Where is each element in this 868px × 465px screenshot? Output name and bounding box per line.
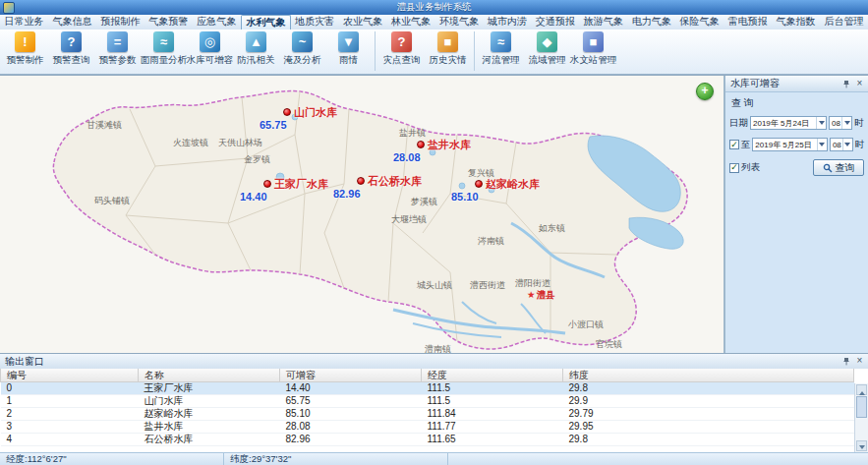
menu-tab[interactable]: 农业气象 [339,15,387,29]
reservoir-capacity-value: 14.40 [240,191,267,203]
toolbar-button-label: 预警查询 [53,54,90,67]
hour-from-select[interactable]: 08 [829,116,852,130]
reservoir-dot-icon [263,180,271,188]
reservoir-table: 编号名称可增容经度纬度0王家厂水库14.40111.529.81山门水库65.7… [0,369,854,446]
town-label: 天供山林场 [218,137,262,149]
menu-tab[interactable]: 环境气象 [434,15,483,29]
reservoir-dot-icon [283,108,291,116]
zoom-in-button[interactable]: + [696,83,714,100]
menu-tab[interactable]: 预报制作 [96,15,145,29]
table-cell: 111.5 [422,395,563,408]
pin-icon[interactable] [841,356,852,367]
table-row[interactable]: 4石公桥水库82.96111.6529.8 [1,434,854,446]
table-cell: 山门水库 [139,395,280,408]
toolbar-button[interactable]: ■水文站管理 [570,29,616,75]
menu-tab[interactable]: 林业气象 [387,15,435,29]
toolbar-button[interactable]: ?灾点查询 [378,29,425,75]
menu-tab[interactable]: 保险气象 [675,15,723,29]
toolbar-button[interactable]: ~淹及分析 [279,29,325,75]
disaster-history-icon: ■ [437,31,458,52]
column-header[interactable]: 可增容 [280,369,422,382]
output-table-area: 编号名称可增容经度纬度0王家厂水库14.40111.529.81山门水库65.7… [0,369,868,452]
vertical-scrollbar[interactable] [854,383,868,452]
town-label: 涔南镇 [478,235,504,248]
toolbar-button[interactable]: ◎水库可增容 [187,29,233,75]
menu-tab[interactable]: 后台管理 [820,15,868,29]
area-rainfall-analysis-icon: ≈ [153,31,174,52]
toolbar-button-label: 水文站管理 [570,54,617,67]
menu-tab[interactable]: 气象预警 [145,15,193,29]
alert-search-icon: ? [61,31,82,52]
menu-tab[interactable]: 地质灾害 [291,15,339,29]
table-row[interactable]: 2赵家峪水库85.10111.8429.79 [1,408,854,421]
town-label: 火连坡镇 [173,137,208,149]
menu-tab[interactable]: 水利气象 [241,15,291,29]
menu-tab[interactable]: 应急气象 [193,15,241,29]
table-row[interactable]: 0王家厂水库14.40111.529.8 [1,382,854,395]
table-row[interactable]: 1山门水库65.75111.529.9 [1,395,854,408]
application-window: 澧县业务制作系统 日常业务气象信息预报制作气象预警应急气象水利气象地质灾害农业气… [0,0,868,465]
menu-tab[interactable]: 旅游气象 [579,15,627,29]
pin-icon[interactable] [841,79,852,89]
column-header[interactable]: 名称 [139,369,280,382]
county-seat-label: ★澧县 [527,289,555,302]
menu-tab[interactable]: 雷电预报 [723,15,772,29]
status-latitude: 纬度:29°37'32" [224,453,448,465]
toolbar-button[interactable]: ▲防汛相关 [233,29,279,75]
inundation-analysis-icon: ~ [292,31,313,52]
column-header[interactable]: 经度 [422,369,563,382]
date-to-select[interactable]: 2019年 5月25日 [752,138,828,151]
hour-to-select[interactable]: 08 [830,138,853,151]
toolbar-button-label: 淹及分析 [284,54,321,67]
list-label: 列表 [741,161,760,174]
table-cell: 2 [1,408,139,421]
query-button[interactable]: 查询 [813,159,864,176]
to-checkbox[interactable] [729,140,739,149]
chevron-down-icon [842,139,852,150]
close-icon[interactable] [854,79,865,89]
menu-tab[interactable]: 城市内涝 [483,15,531,29]
disaster-point-search-icon: ? [391,31,412,52]
panel-header: 水库可增容 [725,76,868,92]
toolbar-button[interactable]: !预警制作 [2,29,48,75]
table-cell: 29.8 [563,382,854,395]
toolbar-button[interactable]: ≈河流管理 [478,29,524,75]
toolbar-button[interactable]: ?预警查询 [48,29,94,75]
table-row[interactable]: 3盐井水库28.08111.7729.95 [1,421,854,434]
reservoir-capacity-value: 65.75 [260,119,287,131]
table-cell: 28.08 [280,421,422,434]
scroll-down-icon[interactable] [856,440,867,451]
list-checkbox[interactable] [729,163,739,173]
table-cell: 盐井水库 [139,421,280,434]
table-cell: 0 [1,382,139,395]
town-label: 城头山镇 [417,279,452,292]
toolbar-button[interactable]: ▼雨情 [325,29,372,75]
column-header[interactable]: 编号 [1,369,139,382]
reservoir-name: 山门水库 [294,105,337,120]
date-from-select[interactable]: 2019年 5月24日 [750,116,827,130]
toolbar-button-label: 流域管理 [529,54,566,67]
reservoir-capacity-value: 85.10 [451,191,479,203]
toolbar-button[interactable]: ≈面雨量分析 [141,29,187,75]
reservoir-name: 赵家峪水库 [486,177,540,192]
toolbar-button[interactable]: =预警参数 [94,29,141,75]
scroll-thumb[interactable] [856,396,867,418]
chevron-down-icon [817,139,827,150]
map-label-layer: 甘溪滩镇火连坡镇天供山林场金罗镇盐井镇码头铺镇复兴镇梦溪镇大堰垱镇涔南镇如东镇城… [0,76,723,354]
menu-tab[interactable]: 电力气象 [627,15,675,29]
column-header[interactable]: 纬度 [563,369,854,382]
menu-tab[interactable]: 气象信息 [48,15,96,29]
scroll-up-icon[interactable] [856,384,867,395]
close-icon[interactable] [854,356,865,367]
menu-tab[interactable]: 交通预报 [531,15,579,29]
query-group-label: 查 询 [731,96,864,110]
map-canvas[interactable]: 甘溪滩镇火连坡镇天供山林场金罗镇盐井镇码头铺镇复兴镇梦溪镇大堰垱镇涔南镇如东镇城… [0,76,724,354]
query-form: 查 询 日期 2019年 5月24日 08 时 至 2019年 5月25日 [725,92,868,187]
output-window: 输出窗口 编号名称可增容经度纬度0王家厂水库14.40111.529.81山门水… [0,353,868,452]
date-label: 日期 [729,117,748,130]
menu-tab[interactable]: 气象指数 [772,15,820,29]
toolbar-button[interactable]: ◆流域管理 [524,29,570,75]
town-label: 如东镇 [539,222,565,235]
toolbar-button[interactable]: ■历史灾情 [425,29,471,75]
menu-tab[interactable]: 日常业务 [0,15,48,29]
